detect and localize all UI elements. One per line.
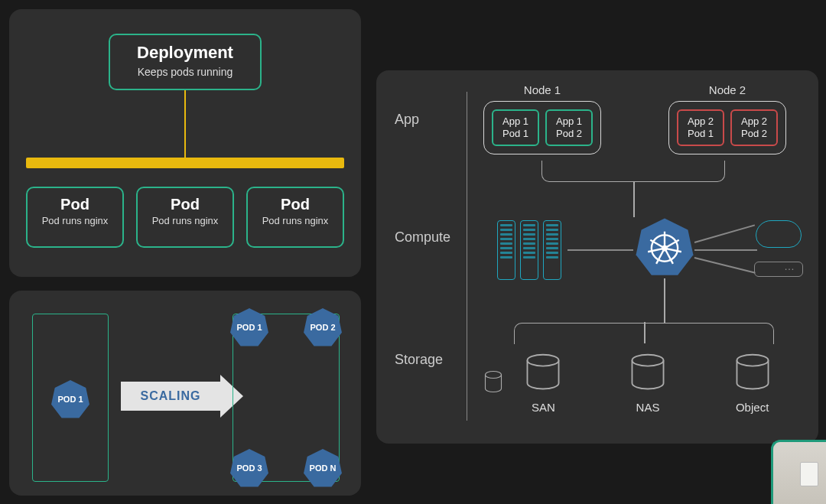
svg-point-16 [528, 355, 559, 366]
pod-label: POD 3 [236, 463, 262, 473]
app-label: App 1 [556, 115, 582, 128]
app-label: App 2 [741, 115, 767, 128]
database-icon [731, 352, 774, 395]
arch-divider [467, 92, 467, 421]
storage-connector [514, 323, 774, 344]
section-label-storage: Storage [395, 352, 443, 368]
pod-label: POD 1 [57, 395, 83, 404]
section-label-app: App [395, 112, 419, 128]
pod-heptagon: POD N [303, 448, 343, 488]
storage-label: SAN [532, 401, 555, 414]
baremetal-icon [754, 262, 803, 277]
server-rack-icon [497, 220, 561, 280]
pod-label: POD 1 [236, 323, 262, 332]
deployment-subtitle: Keeps pods running [110, 66, 260, 78]
pod-heptagon: POD 3 [229, 448, 269, 488]
storage-label: Object [736, 401, 769, 414]
scaling-arrow: SCALING [121, 375, 243, 418]
storage-item: Object [731, 352, 774, 414]
storage-item: SAN [522, 352, 564, 414]
scaling-panel: POD 1 SCALING POD 1 POD 2 POD 3 POD N [9, 291, 361, 496]
pod-label: Pod 1 [502, 128, 528, 140]
pod-heptagon: POD 1 [229, 307, 269, 347]
deployment-title: Deployment [110, 43, 260, 63]
storage-label: NAS [636, 401, 660, 414]
deployment-box: Deployment Keeps pods running [109, 34, 262, 90]
storage-connector-mid [644, 322, 646, 343]
database-icon [626, 352, 669, 395]
pod-label: Pod 2 [556, 128, 582, 140]
app-pod: App 2 Pod 2 [730, 109, 778, 146]
node-group: Node 1 App 1 Pod 1 App 1 Pod 2 [483, 101, 601, 154]
pod-subtitle: Pod runs nginx [138, 215, 233, 227]
pod-row: Pod Pod runs nginx Pod Pod runs nginx Po… [26, 187, 344, 248]
cloud-icon [756, 220, 802, 248]
node-connector-stem [633, 182, 635, 217]
deployment-connector [184, 90, 186, 158]
node-title: Node 1 [524, 83, 561, 96]
storage-item: NAS [626, 352, 669, 414]
pod-label: POD N [310, 463, 337, 473]
architecture-panel: App Compute Storage Node 1 App 1 Pod 1 A… [376, 70, 818, 444]
kubernetes-helm-icon [635, 217, 694, 277]
deployment-bar [26, 158, 344, 168]
pod-box: Pod Pod runs nginx [26, 187, 124, 248]
connector-line [694, 257, 756, 273]
connector-line [694, 249, 757, 251]
pod-box: Pod Pod runs nginx [136, 187, 234, 248]
node-title: Node 2 [709, 83, 746, 96]
pod-subtitle: Pod runs nginx [28, 215, 122, 227]
node-group: Node 2 App 2 Pod 1 App 2 Pod 2 [668, 101, 786, 154]
node-connector [541, 161, 725, 182]
compute-row [491, 216, 805, 292]
pod-heptagon: POD 1 [50, 379, 90, 419]
storage-row: SAN NAS Object [491, 352, 805, 414]
pod-title: Pod [248, 196, 343, 213]
pod-title: Pod [28, 196, 122, 213]
pod-label: Pod 1 [688, 128, 714, 140]
svg-point-18 [737, 355, 768, 366]
pod-title: Pod [138, 196, 233, 213]
pod-label: POD 2 [310, 323, 335, 332]
deployment-panel: Deployment Keeps pods running Pod Pod ru… [9, 9, 361, 277]
app-pod: App 2 Pod 1 [677, 109, 724, 146]
connector-line [694, 224, 755, 242]
app-pod: App 1 Pod 1 [492, 109, 539, 146]
connector-line [664, 278, 665, 323]
app-label: App 2 [688, 115, 714, 128]
pod-subtitle: Pod runs nginx [248, 215, 343, 227]
scaling-label: SCALING [121, 382, 220, 411]
database-icon [522, 352, 564, 395]
webcam-thumbnail [771, 440, 826, 504]
pod-label: Pod 2 [741, 128, 767, 140]
pod-box: Pod Pod runs nginx [246, 187, 344, 248]
svg-point-17 [632, 355, 663, 366]
section-label-compute: Compute [395, 229, 450, 245]
app-pod: App 1 Pod 2 [545, 109, 593, 146]
app-label: App 1 [502, 115, 528, 128]
connector-line [567, 249, 633, 251]
pod-heptagon: POD 2 [303, 307, 343, 347]
